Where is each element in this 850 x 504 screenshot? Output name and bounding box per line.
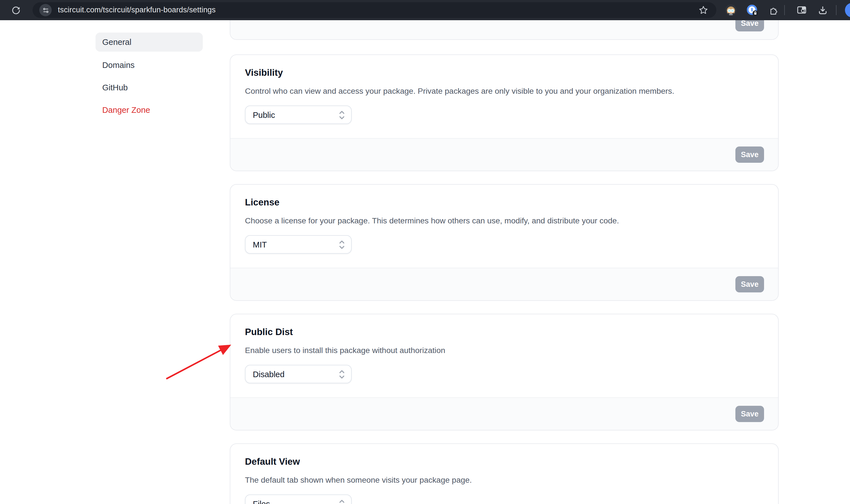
select-value: MIT (253, 240, 267, 249)
browser-window: General Domains GitHub Danger Zone Save … (0, 0, 850, 504)
reload-button[interactable] (8, 0, 23, 20)
toolbar-separator (784, 5, 785, 15)
card-title: Public Dist (245, 327, 293, 337)
tab-search-button[interactable] (794, 0, 809, 20)
chevrons-up-down-icon (338, 238, 346, 251)
card-footer: Save (230, 268, 778, 300)
card-description: The default tab shown when someone visit… (245, 475, 472, 484)
card-footer: Save (230, 138, 778, 170)
card-description: Control who can view and access your pac… (245, 86, 674, 95)
card-public-dist: Public Dist Enable users to install this… (230, 314, 779, 431)
sidebar-item-label: Danger Zone (102, 106, 150, 114)
star-icon (698, 5, 708, 15)
public-dist-select[interactable]: Disabled (245, 365, 352, 383)
bookmark-star-button[interactable] (698, 5, 708, 17)
card-title: Visibility (245, 67, 283, 78)
chevrons-up-down-icon (338, 498, 346, 504)
toolbar-separator (836, 5, 836, 15)
save-button[interactable]: Save (735, 406, 764, 422)
browser-profile-avatar[interactable] (724, 0, 738, 20)
card-description: Choose a license for your package. This … (245, 216, 619, 225)
sidebar-item-github[interactable]: GitHub (96, 78, 203, 97)
card-license: License Choose a license for your packag… (230, 184, 779, 301)
card-title: License (245, 197, 279, 208)
select-value: Public (253, 110, 275, 119)
onepassword-icon (746, 3, 759, 17)
extensions-puzzle-icon (768, 5, 778, 15)
reload-icon (11, 5, 20, 15)
card-default-view: Default View The default tab shown when … (230, 444, 779, 504)
downloads-button[interactable] (815, 0, 830, 20)
card-title: Default View (245, 456, 300, 467)
sidebar-item-domains[interactable]: Domains (96, 56, 203, 75)
url-text[interactable]: tscircuit.com/tscircuit/sparkfun-boards/… (58, 2, 216, 18)
select-value: Disabled (253, 370, 284, 379)
default-view-select[interactable]: Files (245, 494, 352, 504)
tune-icon (42, 6, 49, 14)
license-select[interactable]: MIT (245, 235, 352, 254)
card-footer: Save (230, 397, 778, 430)
address-bar[interactable]: tscircuit.com/tscircuit/sparkfun-boards/… (33, 2, 716, 18)
password-manager-button[interactable] (745, 0, 760, 20)
card-description: Enable users to install this package wit… (245, 346, 445, 355)
save-button[interactable]: Save (735, 146, 764, 163)
user-avatar (725, 4, 737, 16)
browser-chrome: tscircuit.com/tscircuit/sparkfun-boards/… (0, 0, 850, 20)
screen-search-icon (796, 4, 807, 16)
chevrons-up-down-icon (338, 109, 346, 121)
extensions-button[interactable] (766, 0, 780, 20)
save-button[interactable]: Save (735, 276, 764, 292)
chevrons-up-down-icon (338, 368, 346, 380)
select-value: Files (253, 499, 270, 504)
sidebar-item-danger-zone[interactable]: Danger Zone (96, 101, 203, 120)
site-settings-button[interactable] (39, 4, 52, 16)
sidebar-item-label: General (102, 38, 132, 47)
visibility-select[interactable]: Public (245, 106, 352, 124)
profile-circle[interactable] (845, 3, 850, 17)
sidebar-item-general[interactable]: General (96, 33, 203, 52)
download-icon (817, 5, 828, 15)
sidebar-item-label: GitHub (102, 83, 128, 92)
annotation-arrow (157, 335, 247, 388)
sidebar-item-label: Domains (102, 60, 135, 70)
card-visibility: Visibility Control who can view and acce… (230, 54, 779, 171)
